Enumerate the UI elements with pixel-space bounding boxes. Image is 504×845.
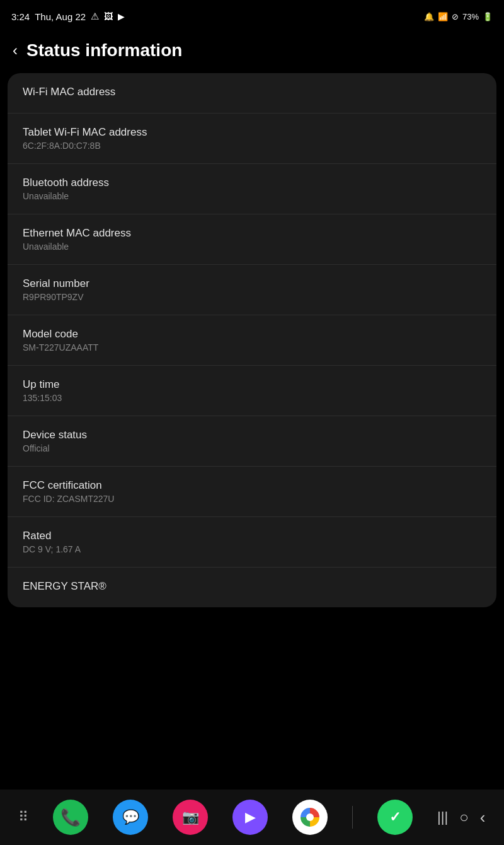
list-item: Up time135:15:03 <box>8 366 496 416</box>
list-item: RatedDC 9 V; 1.67 A <box>8 517 496 568</box>
status-bar: 3:24 Thu, Aug 22 ⚠ 🖼 ▶ 🔔 📶 ⊘ 73% 🔋 <box>0 0 504 30</box>
item-label: Model code <box>23 328 481 341</box>
item-value: Unavailable <box>23 191 481 201</box>
item-value: 135:15:03 <box>23 393 481 403</box>
back-button[interactable]: ‹ <box>10 39 20 62</box>
messages-app-icon[interactable]: 💬 <box>113 800 148 835</box>
item-value: SM-T227UZAAATT <box>23 342 481 353</box>
back-nav-button[interactable]: ‹ <box>480 808 486 827</box>
notification-icon-1: 🖼 <box>104 11 113 21</box>
item-label: Serial number <box>23 277 481 290</box>
item-label: Ethernet MAC address <box>23 227 481 240</box>
battery-level: 73% <box>462 12 479 21</box>
alarm-icon: 🔔 <box>424 12 434 21</box>
system-nav: ||| ○ ‹ <box>437 808 485 827</box>
item-label: Tablet Wi-Fi MAC address <box>23 126 481 139</box>
info-card: Wi-Fi MAC addressTablet Wi-Fi MAC addres… <box>8 73 496 607</box>
navigation-bar: ⠿ 📞 💬 📷 ▶ ✓ ||| ○ ‹ <box>0 790 504 845</box>
notification-icon-2: ▶ <box>118 11 125 21</box>
status-time: 3:24 <box>11 11 30 22</box>
scroll-area[interactable]: Wi-Fi MAC addressTablet Wi-Fi MAC addres… <box>0 73 504 786</box>
chrome-icon-inner <box>301 808 319 827</box>
list-item: FCC certificationFCC ID: ZCASMT227U <box>8 467 496 517</box>
recents-button[interactable]: ||| <box>437 809 448 825</box>
item-value: R9PR90TP9ZV <box>23 292 481 302</box>
list-item: Bluetooth addressUnavailable <box>8 164 496 214</box>
status-date: Thu, Aug 22 <box>35 11 86 22</box>
item-value: FCC ID: ZCASMT227U <box>23 494 481 504</box>
list-item: Tablet Wi-Fi MAC address6C:2F:8A:D0:C7:8… <box>8 114 496 164</box>
list-item: Device statusOfficial <box>8 416 496 467</box>
item-label: Wi-Fi MAC address <box>23 86 481 98</box>
item-label: FCC certification <box>23 479 481 492</box>
status-bar-left: 3:24 Thu, Aug 22 ⚠ 🖼 ▶ <box>11 11 125 22</box>
page-header: ‹ Status information <box>0 30 504 73</box>
list-item: Model codeSM-T227UZAAATT <box>8 315 496 366</box>
list-item: Ethernet MAC addressUnavailable <box>8 214 496 265</box>
whatsapp-app-icon[interactable]: ✓ <box>377 800 413 835</box>
phone-app-icon[interactable]: 📞 <box>53 800 88 835</box>
item-value: DC 9 V; 1.67 A <box>23 544 481 554</box>
battery-icon: 🔋 <box>483 12 493 21</box>
page-title: Status information <box>26 40 182 61</box>
chrome-app-icon[interactable] <box>292 800 328 835</box>
camera-app-icon[interactable]: 📷 <box>173 800 208 835</box>
list-item: Wi-Fi MAC address <box>8 73 496 114</box>
youtube-app-icon[interactable]: ▶ <box>232 800 268 835</box>
item-label: ENERGY STAR® <box>23 580 481 593</box>
item-label: Bluetooth address <box>23 177 481 189</box>
item-value: Unavailable <box>23 242 481 252</box>
nav-separator <box>352 806 353 829</box>
list-item: Serial numberR9PR90TP9ZV <box>8 265 496 315</box>
wifi-icon: 📶 <box>438 12 448 21</box>
item-label: Device status <box>23 429 481 441</box>
item-label: Up time <box>23 378 481 391</box>
status-bar-right: 🔔 📶 ⊘ 73% 🔋 <box>424 12 493 21</box>
item-value: Official <box>23 443 481 453</box>
item-value: 6C:2F:8A:D0:C7:8B <box>23 141 481 151</box>
dnd-icon: ⊘ <box>452 12 459 21</box>
home-button[interactable]: ○ <box>459 808 469 826</box>
app-drawer-icon[interactable]: ⠿ <box>18 809 28 825</box>
warning-icon: ⚠ <box>91 11 99 22</box>
item-label: Rated <box>23 530 481 542</box>
list-item: ENERGY STAR® <box>8 568 496 607</box>
